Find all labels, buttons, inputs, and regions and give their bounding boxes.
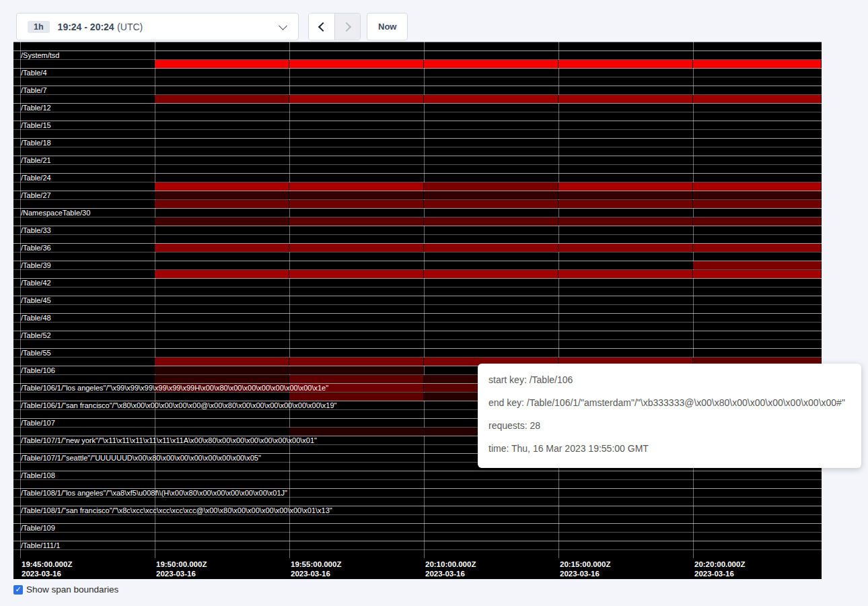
- heatmap-cell[interactable]: [558, 506, 693, 514]
- heatmap-cell[interactable]: [558, 524, 693, 532]
- heatmap-cell[interactable]: [20, 515, 155, 523]
- heatmap-cell[interactable]: [155, 323, 289, 331]
- heatmap-cell[interactable]: [424, 533, 558, 541]
- heatmap-cell[interactable]: [20, 393, 155, 401]
- heatmap-cell[interactable]: [424, 156, 558, 164]
- heatmap-cell[interactable]: [20, 375, 155, 383]
- heatmap-cell[interactable]: [289, 86, 424, 94]
- heatmap-cell[interactable]: [424, 349, 558, 357]
- heatmap-cell[interactable]: [693, 323, 822, 331]
- heatmap-cell[interactable]: [558, 95, 693, 103]
- heatmap-cell[interactable]: [558, 156, 693, 164]
- heatmap-cell[interactable]: [693, 104, 822, 112]
- heatmap-cell[interactable]: [693, 95, 822, 103]
- heatmap-cell[interactable]: [693, 550, 822, 558]
- heatmap-cell[interactable]: [424, 226, 558, 234]
- heatmap-cell[interactable]: [693, 261, 822, 269]
- heatmap-cell[interactable]: [155, 174, 289, 182]
- heatmap-cell[interactable]: [289, 217, 424, 226]
- heatmap-cell[interactable]: [155, 191, 289, 199]
- next-interval-button[interactable]: [334, 13, 360, 40]
- heatmap-cell[interactable]: [155, 261, 289, 269]
- heatmap-cell[interactable]: [693, 130, 822, 138]
- heatmap-cell[interactable]: [155, 182, 289, 191]
- heatmap-cell[interactable]: [424, 252, 558, 261]
- heatmap-cell[interactable]: [558, 112, 693, 121]
- heatmap-cell[interactable]: [558, 349, 693, 357]
- heatmap-cell[interactable]: [558, 217, 693, 226]
- heatmap-cell[interactable]: [289, 524, 424, 532]
- heatmap-cell[interactable]: [20, 305, 155, 313]
- heatmap-cell[interactable]: [558, 244, 693, 252]
- heatmap-cell[interactable]: [155, 375, 289, 383]
- heatmap-cell[interactable]: [424, 524, 558, 532]
- heatmap-cell[interactable]: [693, 244, 822, 252]
- heatmap-cell[interactable]: [20, 112, 155, 121]
- heatmap-cell[interactable]: [558, 165, 693, 173]
- heatmap-cell[interactable]: [558, 314, 693, 322]
- heatmap-cell[interactable]: [155, 410, 289, 418]
- heatmap-cell[interactable]: [289, 191, 424, 199]
- heatmap-cell[interactable]: [558, 51, 693, 59]
- heatmap-cell[interactable]: [693, 506, 822, 514]
- heatmap-cell[interactable]: [693, 174, 822, 182]
- heatmap-cell[interactable]: [289, 533, 424, 541]
- heatmap-cell[interactable]: [20, 235, 155, 243]
- heatmap-cell[interactable]: [155, 69, 289, 77]
- heatmap-cell[interactable]: [155, 349, 289, 357]
- heatmap-cell[interactable]: [693, 515, 822, 523]
- heatmap-cell[interactable]: [289, 200, 424, 208]
- heatmap-cell[interactable]: [289, 419, 424, 427]
- heatmap-cell[interactable]: [558, 252, 693, 261]
- heatmap-cell[interactable]: [155, 480, 289, 488]
- heatmap-cell[interactable]: [693, 86, 822, 94]
- heatmap-cell[interactable]: [424, 314, 558, 322]
- heatmap-cell[interactable]: [558, 533, 693, 541]
- heatmap-cell[interactable]: [424, 77, 558, 86]
- heatmap-cell[interactable]: [155, 270, 289, 278]
- heatmap-cell[interactable]: [693, 252, 822, 261]
- heatmap-cell[interactable]: [693, 498, 822, 506]
- heatmap-cell[interactable]: [20, 463, 155, 471]
- heatmap-cell[interactable]: [155, 419, 289, 427]
- heatmap-cell[interactable]: [558, 182, 693, 191]
- heatmap-cell[interactable]: [155, 235, 289, 243]
- heatmap-cell[interactable]: [20, 358, 155, 366]
- heatmap-cell[interactable]: [155, 393, 289, 401]
- heatmap-cell[interactable]: [693, 217, 822, 226]
- heatmap-cell[interactable]: [424, 270, 558, 278]
- heatmap-cell[interactable]: [693, 156, 822, 164]
- heatmap-cell[interactable]: [424, 69, 558, 77]
- heatmap-cell[interactable]: [289, 130, 424, 138]
- heatmap-cell[interactable]: [693, 340, 822, 348]
- heatmap-cell[interactable]: [424, 191, 558, 199]
- heatmap-cell[interactable]: [424, 550, 558, 558]
- heatmap-cell[interactable]: [20, 480, 155, 488]
- heatmap-cell[interactable]: [289, 182, 424, 191]
- heatmap-cell[interactable]: [693, 69, 822, 77]
- heatmap-cell[interactable]: [155, 209, 289, 217]
- heatmap-cell[interactable]: [693, 42, 822, 50]
- heatmap-cell[interactable]: [424, 235, 558, 243]
- heatmap-cell[interactable]: [289, 323, 424, 331]
- heatmap-cell[interactable]: [558, 191, 693, 199]
- heatmap-cell[interactable]: [424, 209, 558, 217]
- heatmap-cell[interactable]: [693, 121, 822, 129]
- heatmap-cell[interactable]: [558, 121, 693, 129]
- heatmap-cell[interactable]: [424, 515, 558, 523]
- heatmap-cell[interactable]: [289, 69, 424, 77]
- heatmap-cell[interactable]: [424, 104, 558, 112]
- heatmap-cell[interactable]: [693, 349, 822, 357]
- previous-interval-button[interactable]: [309, 13, 334, 40]
- heatmap-cell[interactable]: [155, 524, 289, 532]
- heatmap-cell[interactable]: [289, 288, 424, 296]
- heatmap-cell[interactable]: [289, 471, 424, 479]
- heatmap-cell[interactable]: [693, 165, 822, 173]
- heatmap-cell[interactable]: [558, 331, 693, 339]
- heatmap-cell[interactable]: [20, 340, 155, 348]
- heatmap-cell[interactable]: [424, 200, 558, 208]
- heatmap-cell[interactable]: [558, 550, 693, 558]
- heatmap-cell[interactable]: [289, 410, 424, 418]
- heatmap-cell[interactable]: [155, 463, 289, 471]
- heatmap-cell[interactable]: [289, 428, 424, 436]
